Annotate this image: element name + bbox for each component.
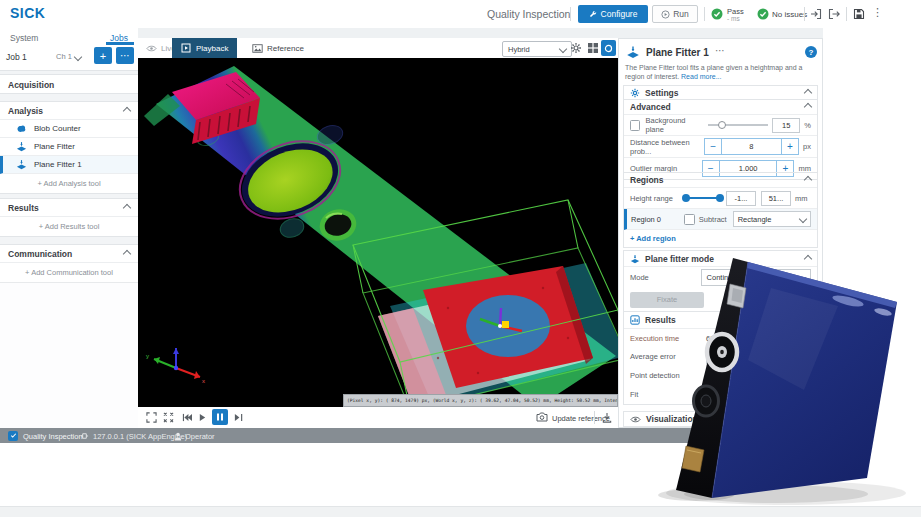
region-shape-select[interactable]: Rectangle bbox=[733, 211, 811, 227]
connection-icon bbox=[80, 432, 89, 440]
help-icon[interactable]: ? bbox=[805, 46, 817, 58]
tab-reference[interactable]: Reference bbox=[252, 41, 304, 55]
height-range-max[interactable]: 51... bbox=[761, 191, 791, 206]
results-header[interactable]: Results bbox=[0, 199, 138, 217]
minus-button[interactable]: − bbox=[704, 138, 723, 155]
status-user-label[interactable]: Operator bbox=[185, 432, 215, 441]
divider bbox=[570, 7, 571, 21]
background-plane-unit: % bbox=[804, 121, 811, 130]
section-acquisition[interactable]: Acquisition bbox=[0, 74, 138, 94]
sidebar-item-plane-fitter-1[interactable]: Plane Fitter 1 bbox=[0, 156, 138, 174]
add-results-tool[interactable]: + Add Results tool bbox=[0, 217, 138, 236]
chevron-up-icon bbox=[804, 176, 812, 184]
camera-icon[interactable] bbox=[536, 412, 548, 422]
background-plane-slider[interactable] bbox=[708, 124, 768, 126]
region-0-label: Region 0 bbox=[631, 215, 684, 224]
svg-text:x: x bbox=[202, 378, 205, 384]
distance-row: Distance between prob... − 8 + px bbox=[624, 136, 817, 158]
job-name[interactable]: Job 1 bbox=[6, 52, 27, 62]
display-mode-select[interactable]: Hybrid bbox=[502, 41, 572, 57]
product-photo-battery bbox=[596, 238, 921, 517]
plus-button[interactable]: + bbox=[781, 138, 800, 155]
colormap-button[interactable] bbox=[601, 40, 616, 56]
panel-title: Plane Fitter 1 bbox=[646, 47, 709, 58]
svg-text:y: y bbox=[146, 353, 149, 359]
tab-playback-label: Playback bbox=[196, 44, 228, 53]
divider bbox=[704, 7, 705, 21]
eye-icon bbox=[146, 44, 157, 53]
settings-label: Settings bbox=[645, 88, 679, 98]
communication-header[interactable]: Communication bbox=[0, 245, 138, 263]
distance-unit: px bbox=[803, 142, 811, 151]
sign-in-icon[interactable] bbox=[810, 8, 822, 20]
height-range-row: Height range -1... 51... mm bbox=[624, 188, 817, 209]
colormap-icon bbox=[604, 44, 613, 53]
read-more-link[interactable]: Read more... bbox=[681, 73, 721, 80]
channel-select[interactable]: Ch 1 bbox=[56, 52, 81, 61]
height-range-unit: mm bbox=[795, 194, 808, 203]
grid-view-icon[interactable] bbox=[587, 42, 599, 54]
run-icon bbox=[661, 10, 670, 19]
save-icon[interactable] bbox=[853, 8, 865, 20]
pause-button[interactable] bbox=[212, 409, 228, 425]
gear-icon bbox=[630, 88, 640, 98]
brand-logo: SICK bbox=[10, 5, 45, 21]
panel-menu[interactable]: ⋯ bbox=[715, 45, 725, 56]
background-plane-checkbox[interactable] bbox=[630, 120, 640, 131]
height-range-min[interactable]: -1... bbox=[726, 191, 756, 206]
divider bbox=[846, 7, 847, 21]
run-button[interactable]: Run bbox=[652, 5, 698, 23]
sidebar-item-plane-fitter[interactable]: Plane Fitter bbox=[0, 138, 138, 156]
regions-group: Regions Height range -1... 51... mm Regi… bbox=[623, 172, 818, 248]
fit-view-icon[interactable] bbox=[163, 412, 174, 423]
sign-out-icon[interactable] bbox=[828, 8, 840, 20]
overflow-menu-icon[interactable]: ⋮ bbox=[872, 6, 883, 19]
analysis-header[interactable]: Analysis bbox=[0, 102, 138, 120]
range-handle-min[interactable] bbox=[682, 194, 690, 202]
skip-start-icon[interactable] bbox=[182, 413, 193, 422]
settings-header[interactable]: Settings bbox=[623, 85, 818, 100]
skip-end-icon[interactable] bbox=[234, 413, 243, 422]
add-job-button[interactable]: + bbox=[94, 47, 112, 64]
play-icon[interactable] bbox=[198, 413, 207, 422]
app-status-icon bbox=[8, 431, 18, 441]
fullscreen-icon[interactable] bbox=[146, 412, 157, 423]
distance-value[interactable]: 8 bbox=[722, 138, 780, 155]
distance-label: Distance between prob... bbox=[630, 138, 704, 156]
background-plane-value[interactable]: 15 bbox=[772, 118, 800, 133]
tab-playback[interactable]: Playback bbox=[172, 38, 237, 58]
configure-button[interactable]: Configure bbox=[578, 5, 648, 23]
chevron-down-icon bbox=[74, 52, 82, 60]
range-handle-max[interactable] bbox=[716, 194, 724, 202]
regions-header[interactable]: Regions bbox=[624, 173, 817, 188]
region-0-row[interactable]: Region 0 Subtract Rectangle bbox=[624, 209, 817, 230]
sidebar-item-label: Plane Fitter bbox=[34, 142, 75, 151]
job-menu-button[interactable]: ⋯ bbox=[116, 47, 134, 64]
slider-handle[interactable] bbox=[718, 121, 726, 129]
plane-fitter-icon bbox=[626, 45, 640, 59]
advanced-label: Advanced bbox=[630, 102, 671, 112]
top-bar: SICK Quality Inspection Configure Run Pa… bbox=[0, 0, 921, 29]
status-app-label: Quality Inspection bbox=[23, 432, 83, 441]
add-communication-tool[interactable]: + Add Communication tool bbox=[0, 263, 138, 282]
subtract-checkbox[interactable] bbox=[684, 214, 695, 225]
heightmap-3d-scene[interactable]: x y bbox=[138, 58, 618, 407]
sidebar-item-blob-counter[interactable]: Blob Counter bbox=[0, 120, 138, 138]
viewer-canvas[interactable]: x y (Pixel x, y): ( 874, 1479) px, (Worl… bbox=[138, 58, 618, 407]
results-label: Results bbox=[8, 203, 39, 213]
height-range-slider[interactable] bbox=[686, 197, 720, 200]
pass-check-icon bbox=[711, 8, 723, 20]
subtract-label: Subtract bbox=[699, 215, 727, 224]
chevron-up-icon bbox=[804, 103, 812, 111]
advanced-header[interactable]: Advanced bbox=[624, 100, 817, 115]
app-title: Quality Inspection bbox=[487, 8, 570, 20]
divider bbox=[594, 411, 595, 424]
sidebar-item-label: Plane Fitter 1 bbox=[34, 160, 82, 169]
check-icon bbox=[10, 432, 17, 439]
add-analysis-tool[interactable]: + Add Analysis tool bbox=[0, 174, 138, 193]
cursor-readout: (Pixel x, y): ( 874, 1479) px, (World x,… bbox=[343, 394, 618, 407]
background-plane-label: Background plane bbox=[645, 116, 703, 134]
viewer-settings-gear-icon[interactable] bbox=[570, 42, 582, 54]
tab-system[interactable]: System bbox=[10, 33, 38, 43]
chevron-up-icon bbox=[123, 203, 131, 211]
